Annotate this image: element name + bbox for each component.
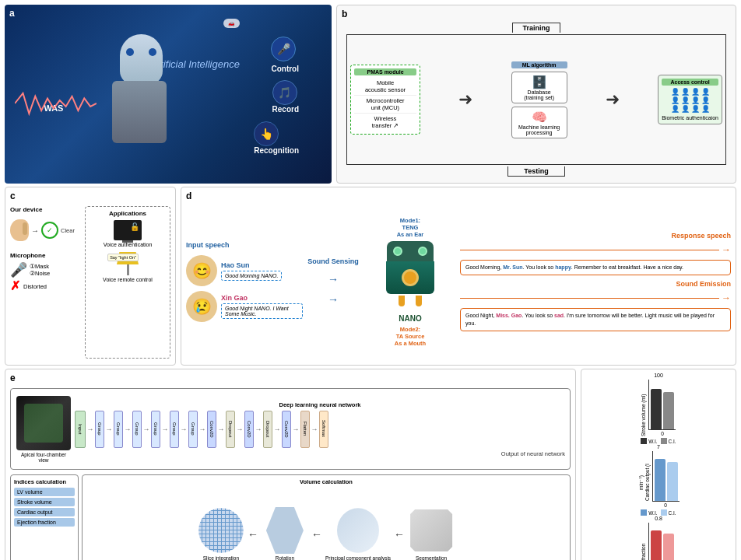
device-ear-row: → ✓ Clear <box>10 219 80 241</box>
index-stroke-volume: Stroke volume <box>14 498 75 506</box>
response-arrowhead1: → <box>722 244 731 255</box>
us-col: Apical four-chamber view <box>16 396 72 463</box>
monitor-icon: 🔓 <box>114 220 142 240</box>
robot-body <box>112 81 167 143</box>
sound-emission-label: Sound Emission <box>460 280 731 288</box>
apical-label: Apical four-chamber view <box>16 452 72 463</box>
robot-right-eye <box>149 48 156 56</box>
people-grid: 👤👤👤👤 👤👤👤👤 👤👤👤👤 <box>662 88 718 113</box>
ejection-chart-row: Ejection fraction 0 <box>641 523 676 560</box>
training-label: Training <box>512 23 560 33</box>
panel-e-content: Apical four-chamber view Deep learning n… <box>10 388 571 560</box>
cardiac-ymax: 7 <box>657 444 660 450</box>
stroke-x-zero: 0 <box>661 431 664 436</box>
panel-b: b Training PMAS module Mobileacoustic se… <box>336 5 736 184</box>
nn-arr6: → <box>181 425 188 433</box>
ejection-bars <box>648 523 676 560</box>
stroke-bars <box>648 380 676 430</box>
pmas-item-2: Microcontrollerunit (MCU) <box>354 96 416 114</box>
mic-circle-icon: 🎤 <box>271 37 296 61</box>
voice-auth-label: Voice authentication <box>104 242 153 247</box>
nn-arr3: → <box>125 425 132 433</box>
ejection-chart-col: 0 <box>648 523 676 560</box>
pca-label: Principal component analysis <box>325 555 391 560</box>
left-leg <box>399 296 405 306</box>
nn-arr11: → <box>274 425 281 433</box>
response-1-bubble: Good Morning, Mr. Sun. You look so happy… <box>460 260 731 275</box>
distorted-label: Distorted <box>23 283 47 290</box>
apps-box: Applications 🔓 Voice authentication <box>85 206 170 359</box>
xin-gao-speech: Good Night NANO. I Want Some Music. <box>221 303 303 319</box>
response-arrow-row1: → <box>460 244 731 255</box>
stroke-wi-box <box>641 438 647 444</box>
stroke-y-label: Stroke volume (ml) <box>641 386 646 436</box>
robot-head <box>120 34 163 85</box>
nn-group4: Group <box>151 411 160 448</box>
panel-a-label: a <box>9 8 15 19</box>
input-speech-label: Input speech <box>186 241 303 249</box>
input-col: Input speech 😊 Hao Sun Good Morning NANO… <box>186 241 303 322</box>
nn-group3: Group <box>132 411 142 448</box>
indices-title: Indices calculation <box>14 478 75 485</box>
car-shape: 🚗 <box>223 19 240 28</box>
db-box: 🗄️ Database(training set) <box>511 72 567 103</box>
row3: e Apical four-chamber view Deep learning… <box>5 369 736 560</box>
nn-group6: Group <box>188 411 198 448</box>
pca-shape <box>335 507 381 554</box>
testing-label: Testing <box>507 166 564 177</box>
mr-sun-highlight: Mr. Sun <box>503 264 522 270</box>
stroke-ci-box <box>661 438 667 444</box>
charts-panel: 100 Stroke volume (ml) 0 W.I. <box>581 369 736 560</box>
stroke-chart-row: Stroke volume (ml) 0 <box>641 380 676 436</box>
device-arrow-right: → <box>31 226 39 235</box>
vc-arr3: ← <box>394 528 405 541</box>
right-leg <box>416 296 422 306</box>
monitor-stand <box>122 240 133 243</box>
response-speech-label: Response speech <box>460 232 731 240</box>
panel-e: e Apical four-chamber view Deep learning… <box>5 369 576 560</box>
voice-auth-item: 🔓 Voice authentication <box>89 220 167 247</box>
nn-arr7: → <box>199 425 206 433</box>
nn-arr12: → <box>293 425 300 433</box>
panel-d: d Input speech 😊 Hao Sun Good Morning NA… <box>181 187 736 366</box>
cardiac-legend: W.I. C.I. <box>641 509 676 516</box>
nano-right-eye <box>418 247 427 256</box>
mode2-label: Mode2:TA SourceAs a Mouth <box>395 326 426 347</box>
pmas-title: PMAS module <box>354 68 416 75</box>
apps-title: Applications <box>89 210 167 217</box>
hao-sun-speech: Good Morning NANO. <box>221 271 282 281</box>
nn-dropout1: Dropout <box>226 411 235 448</box>
nn-group2: Group <box>114 411 123 448</box>
lock-icon: 🔓 <box>130 222 139 231</box>
seg-shape <box>408 507 455 554</box>
panel-c-content: Our device → ✓ Clear Microph <box>10 206 170 359</box>
waveform-svg <box>15 86 97 121</box>
vc-flow: Δh Slice integration ← Rotation <box>86 488 567 560</box>
main-flow: PMAS module Mobileacoustic sensor Microc… <box>346 34 726 165</box>
noise-labels-col: ①Mask ②Noise <box>30 263 50 277</box>
cardiac-chart-row: Cardiac output (l min⁻¹) 0 <box>638 451 680 508</box>
response-2-bubble: Good Night, Miss. Gao. You look so sad. … <box>460 308 731 331</box>
mic-section: Microphone 🎤 ①Mask ②Noise ✗ Distorted <box>10 252 80 292</box>
xin-gao-name: Xin Gao <box>221 294 303 302</box>
training-section: Training <box>343 23 729 33</box>
chart-cardiac-output: 7 Cardiac output (l min⁻¹) 0 W.I. <box>638 444 680 516</box>
mic-row: 🎤 ①Mask ②Noise <box>10 261 80 278</box>
panel-c-label: c <box>10 191 16 201</box>
index-cardiac-output: Cardiac output <box>14 508 75 516</box>
ml-processing-box: 🧠 Machine learningprocessing <box>511 107 567 138</box>
us-inner <box>24 404 63 443</box>
panel-b-inner: Training PMAS module Mobileacoustic sens… <box>343 12 729 177</box>
stroke-ci-bar <box>663 392 674 429</box>
output-nn-label: Output of neural network <box>75 450 565 457</box>
stroke-wi-label: W.I. <box>648 439 657 444</box>
control-text: Control <box>271 65 299 73</box>
cardiac-ci-legend: C.I. <box>661 509 676 516</box>
clear-label: Clear <box>61 227 75 234</box>
cardiac-ci-box <box>661 509 667 516</box>
row2: c Our device → ✓ Clear <box>5 187 736 366</box>
cardiac-wi-label: W.I. <box>648 510 657 516</box>
hao-sun-name: Hao Sun <box>221 261 282 269</box>
ml-col: ML algorithm 🗄️ Database(training set) 🧠… <box>511 61 567 138</box>
ultrasound-img <box>16 396 71 450</box>
